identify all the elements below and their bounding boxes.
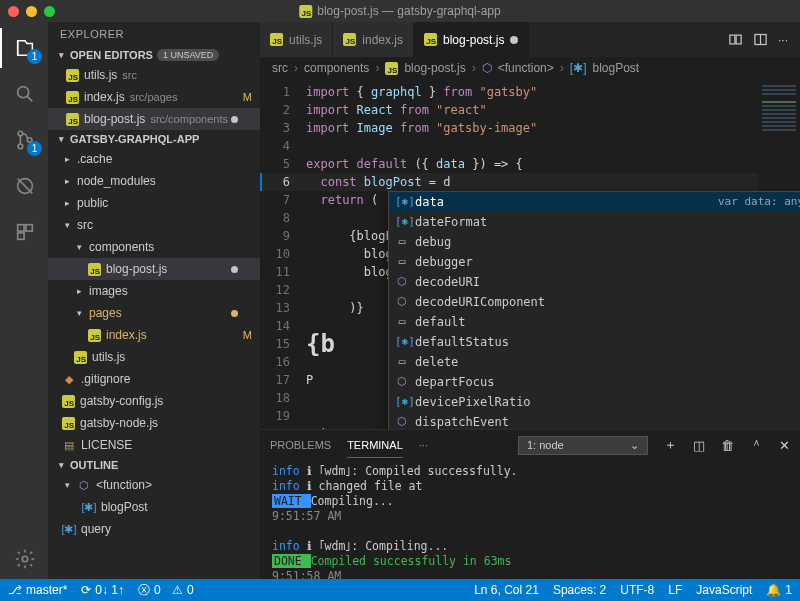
intellisense-suggest[interactable]: [✱]datavar data: any i[✱]dateFormat▭debu… [388,191,800,429]
file-gatsby-node[interactable]: JSgatsby-node.js [48,412,260,434]
cursor-position[interactable]: Ln 6, Col 21 [474,583,539,597]
language-mode[interactable]: JavaScript [696,583,752,597]
modified-dot-icon [231,310,238,317]
editor-group: JSutils.jsJSindex.jsJSblog-post.js ··· s… [260,22,800,579]
git-modified: M [243,91,252,103]
explorer-icon[interactable]: 1 [0,28,48,68]
eol[interactable]: LF [668,583,682,597]
git-sync[interactable]: ⟳0↓ 1↑ [81,583,124,597]
settings-icon[interactable] [0,539,48,579]
variable-icon: [✱] [62,523,76,536]
folder-public[interactable]: ▸public [48,192,260,214]
suggest-item[interactable]: ⬡decodeURIComponent [389,292,800,312]
open-editor-item[interactable]: JSindex.js src/pagesM [48,86,260,108]
suggest-item[interactable]: ▭delete [389,352,800,372]
suggest-item[interactable]: ⬡departFocus [389,372,800,392]
file-gatsby-config[interactable]: JSgatsby-config.js [48,390,260,412]
terminal-output[interactable]: info ℹ ｢wdm｣: Compiled successfully.info… [260,460,800,579]
file-utils[interactable]: JSutils.js [48,346,260,368]
tab-terminal[interactable]: TERMINAL [347,439,403,458]
terminal-select[interactable]: 1: node⌄ [518,436,648,455]
suggest-item[interactable]: [✱]defaultStatus [389,332,800,352]
indentation[interactable]: Spaces: 2 [553,583,606,597]
svg-rect-10 [736,35,741,44]
minimize-icon[interactable] [26,6,37,17]
open-editor-item[interactable]: JSblog-post.js src/components [48,108,260,130]
folder-node-modules[interactable]: ▸node_modules [48,170,260,192]
maximize-panel-icon[interactable]: ＾ [750,436,763,454]
breadcrumbs[interactable]: src› components› JSblog-post.js› ⬡<funct… [260,57,800,79]
unsaved-badge: 1 UNSAVED [157,49,219,61]
suggest-item[interactable]: [✱]dateFormat [389,212,800,232]
window-controls[interactable] [8,6,55,17]
suggest-item[interactable]: ▭debug [389,232,800,252]
source-control-icon[interactable]: 1 [0,120,48,160]
file-license[interactable]: ▤LICENSE [48,434,260,456]
split-terminal-icon[interactable]: ◫ [693,438,705,453]
open-editors-header[interactable]: ▾ OPEN EDITORS 1 UNSAVED [48,46,260,64]
svg-point-0 [18,87,29,98]
function-icon: ⬡ [482,61,492,75]
fn-icon: ⬡ [395,273,409,291]
svg-rect-7 [18,233,24,239]
error-icon: ⓧ [138,582,150,599]
close-panel-icon[interactable]: ✕ [779,438,790,453]
kill-terminal-icon[interactable]: 🗑 [721,438,734,453]
editor-tab[interactable]: JSutils.js [260,22,333,57]
suggest-item[interactable]: [✱]devicePixelRatio [389,392,800,412]
editor-tabs: JSutils.jsJSindex.jsJSblog-post.js ··· [260,22,800,57]
project-header[interactable]: ▾ GATSBY-GRAPHQL-APP [48,130,260,148]
code-editor[interactable]: 1234567891011121314151617181920 import {… [260,79,800,429]
folder-images[interactable]: ▸images [48,280,260,302]
kw-icon: ▭ [395,253,409,271]
editor-tab[interactable]: JSindex.js [333,22,414,57]
folder-pages[interactable]: ▾pages [48,302,260,324]
git-modified: M [243,329,252,341]
file-gitignore[interactable]: ◆.gitignore [48,368,260,390]
outline-function[interactable]: ▾⬡<function> [48,474,260,496]
outline-header[interactable]: ▾ OUTLINE [48,456,260,474]
extensions-icon[interactable] [0,212,48,252]
file-blog-post[interactable]: JSblog-post.js [48,258,260,280]
split-icon[interactable] [753,32,768,47]
sidebar: EXPLORER ▾ OPEN EDITORS 1 UNSAVED JSutil… [48,22,260,579]
suggest-item[interactable]: ▭default [389,312,800,332]
js-file-icon: JS [62,395,75,408]
suggest-item[interactable]: [✱]datavar data: any i [389,192,800,212]
folder-cache[interactable]: ▸.cache [48,148,260,170]
outline-query[interactable]: [✱]query [48,518,260,540]
close-icon[interactable] [8,6,19,17]
tab-problems[interactable]: PROBLEMS [270,439,331,451]
var-icon: [✱] [395,333,409,351]
suggest-item[interactable]: ⬡decodeURI [389,272,800,292]
panel-more[interactable]: ··· [419,439,428,451]
folder-src[interactable]: ▾src [48,214,260,236]
git-branch[interactable]: ⎇master* [8,583,67,597]
compare-icon[interactable] [728,32,743,47]
file-index[interactable]: JSindex.jsM [48,324,260,346]
warning-icon: ⚠ [172,583,183,597]
search-icon[interactable] [0,74,48,114]
js-file-icon: JS [66,113,79,126]
notifications[interactable]: 🔔1 [766,583,792,597]
outline-blogpost[interactable]: [✱]blogPost [48,496,260,518]
explorer-badge: 1 [27,49,42,64]
encoding[interactable]: UTF-8 [620,583,654,597]
editor-tab[interactable]: JSblog-post.js [414,22,529,57]
new-terminal-icon[interactable]: ＋ [664,436,677,454]
activity-bar: 1 1 [0,22,48,579]
open-editor-item[interactable]: JSutils.js src [48,64,260,86]
problems-status[interactable]: ⓧ0 ⚠0 [138,582,194,599]
zoom-icon[interactable] [44,6,55,17]
svg-point-1 [18,131,23,136]
js-file-icon: JS [62,417,75,430]
more-icon[interactable]: ··· [778,33,788,47]
js-file-icon: JS [66,69,79,82]
suggest-item[interactable]: ▭debugger [389,252,800,272]
variable-icon: [✱] [82,501,96,514]
debug-icon[interactable] [0,166,48,206]
fn-icon: ⬡ [395,373,409,391]
folder-components[interactable]: ▾components [48,236,260,258]
suggest-item[interactable]: ⬡dispatchEvent [389,412,800,429]
js-file-icon: JS [74,351,87,364]
